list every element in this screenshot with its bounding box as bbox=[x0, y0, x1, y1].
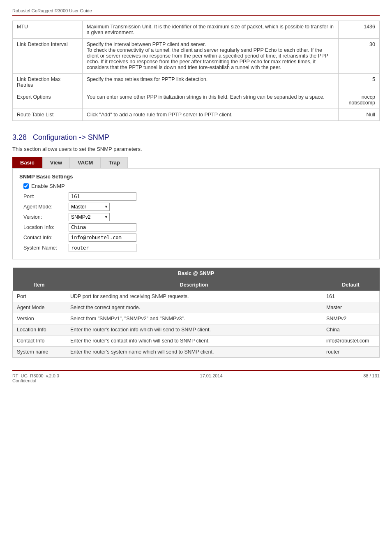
section-description: This section allows users to set the SNM… bbox=[12, 146, 380, 152]
info-table-default: SNMPv2 bbox=[322, 313, 380, 324]
tab-basic[interactable]: Basic bbox=[12, 157, 42, 168]
tab-view[interactable]: View bbox=[42, 157, 70, 168]
field-select-version[interactable]: SNMPv2 bbox=[69, 213, 110, 221]
top-table: MTUMaximum Transmission Unit. It is the … bbox=[12, 21, 380, 121]
field-row: Version:SNMPv2 bbox=[23, 213, 373, 221]
field-input-systemname[interactable] bbox=[69, 244, 136, 252]
info-table-default: info@robustel.com bbox=[322, 335, 380, 347]
footer-doc-id: RT_UG_R3000_v.2.0.0 bbox=[12, 373, 59, 378]
tab-vacm[interactable]: VACM bbox=[70, 157, 101, 168]
footer-date: 17.01.2014 bbox=[200, 373, 223, 383]
field-label: Version: bbox=[23, 214, 69, 220]
top-table-description: Specify the interval between PPTP client… bbox=[83, 39, 339, 74]
document-title: Robustel GoRugged R3000 User Guide bbox=[12, 8, 92, 13]
info-table-item: Contact Info bbox=[13, 335, 66, 347]
info-table-desc: Enter the router's location info which w… bbox=[66, 324, 322, 335]
top-table-label: Link Detection Max Retries bbox=[13, 74, 83, 91]
info-table-col-header: Item bbox=[13, 279, 66, 291]
field-label: Location Info: bbox=[23, 224, 69, 230]
tab-trap[interactable]: Trap bbox=[101, 157, 127, 168]
info-table-item: Port bbox=[13, 291, 66, 302]
footer: RT_UG_R3000_v.2.0.0 Confidential 17.01.2… bbox=[12, 370, 380, 383]
info-table-default: router bbox=[322, 347, 380, 358]
info-table-item: Agent Mode bbox=[13, 302, 66, 313]
footer-page: 88 / 131 bbox=[363, 373, 380, 383]
info-table-col-header: Description bbox=[66, 279, 322, 291]
info-table-default: 161 bbox=[322, 291, 380, 302]
section-number: 3.28 bbox=[12, 133, 27, 141]
top-table-label: Link Detection Interval bbox=[13, 39, 83, 74]
top-table-label: Expert Options bbox=[13, 91, 83, 109]
field-label: Agent Mode: bbox=[23, 204, 69, 210]
info-table-desc: Select from "SNMPv1", "SNMPv2" and "SNMP… bbox=[66, 313, 322, 324]
info-table-desc: Enter the router's contact info which wi… bbox=[66, 335, 322, 347]
tab-bar: BasicViewVACMTrap bbox=[12, 157, 380, 168]
info-table-desc: Enter the router's system name which wil… bbox=[66, 347, 322, 358]
enable-snmp-checkbox[interactable] bbox=[23, 183, 29, 189]
field-input-locationinfo[interactable] bbox=[69, 223, 136, 231]
info-table-desc: UDP port for sending and receiving SNMP … bbox=[66, 291, 322, 302]
footer-left: RT_UG_R3000_v.2.0.0 Confidential bbox=[12, 373, 59, 383]
field-input-contactinfo[interactable] bbox=[69, 234, 136, 242]
field-row: Agent Mode:Master bbox=[23, 203, 373, 211]
field-label: System Name: bbox=[23, 245, 69, 251]
field-input-port[interactable] bbox=[69, 192, 136, 201]
info-table-default: Master bbox=[322, 302, 380, 313]
info-table-item: System name bbox=[13, 347, 66, 358]
field-row: Contact Info: bbox=[23, 234, 373, 242]
top-table-label: Route Table List bbox=[13, 109, 83, 121]
top-table-default: noccpnobsdcomp bbox=[339, 91, 380, 109]
top-table-description: You can enter some other PPP initializat… bbox=[83, 91, 339, 109]
top-table-default: 5 bbox=[339, 74, 380, 91]
info-table-col-header: Default bbox=[322, 279, 380, 291]
info-table-caption: Basic @ SNMP bbox=[13, 268, 380, 279]
info-table-item: Version bbox=[13, 313, 66, 324]
top-table-default: 30 bbox=[339, 39, 380, 74]
header-bar: Robustel GoRugged R3000 User Guide bbox=[12, 8, 380, 16]
info-table-item: Location Info bbox=[13, 324, 66, 335]
info-table: Basic @ SNMP ItemDescriptionDefault Port… bbox=[12, 268, 380, 358]
info-table-default: China bbox=[322, 324, 380, 335]
enable-snmp-label: Enable SNMP bbox=[31, 183, 65, 189]
field-row: Location Info: bbox=[23, 223, 373, 231]
top-table-description: Specify the max retries times for PPTP l… bbox=[83, 74, 339, 91]
info-table-desc: Select the correct agent mode. bbox=[66, 302, 322, 313]
top-table-default: 1436 bbox=[339, 21, 380, 39]
top-table-description: Click "Add" to add a route rule from PPT… bbox=[83, 109, 339, 121]
field-label: Port: bbox=[23, 194, 69, 199]
top-table-description: Maximum Transmission Unit. It is the ide… bbox=[83, 21, 339, 39]
field-select-agentmode[interactable]: Master bbox=[69, 203, 110, 211]
settings-panel-title: SNMP Basic Settings bbox=[19, 173, 373, 180]
section-heading: 3.28 Configuration -> SNMP bbox=[12, 133, 380, 142]
field-row: Port: bbox=[23, 192, 373, 201]
top-table-default: Null bbox=[339, 109, 380, 121]
top-table-label: MTU bbox=[13, 21, 83, 39]
field-label: Contact Info: bbox=[23, 235, 69, 240]
field-row: System Name: bbox=[23, 244, 373, 252]
footer-confidential: Confidential bbox=[12, 378, 59, 383]
section-title: Configuration -> SNMP bbox=[33, 133, 109, 141]
settings-panel: SNMP Basic Settings Enable SNMP Port:Age… bbox=[12, 168, 380, 259]
enable-snmp-row: Enable SNMP bbox=[23, 183, 373, 189]
